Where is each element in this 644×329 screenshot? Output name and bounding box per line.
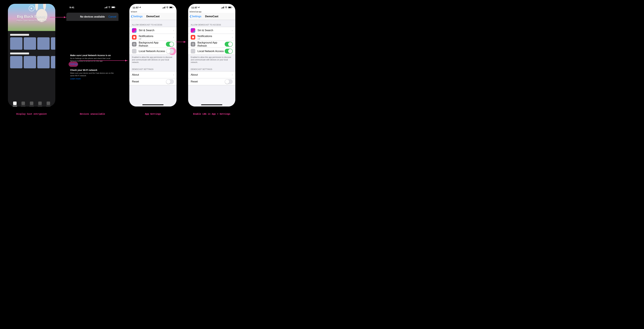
svg-rect-21 <box>163 8 164 9</box>
svg-rect-26 <box>173 7 173 8</box>
help-body: Make sure your device and the Cast devic… <box>70 72 115 77</box>
play-button[interactable] <box>29 6 34 11</box>
gear-icon <box>191 42 195 47</box>
tab-item[interactable] <box>22 102 25 105</box>
svg-rect-25 <box>170 7 172 8</box>
hero-banner: 9:41 DemoCast <box>8 4 55 31</box>
back-label: Settings <box>192 15 201 18</box>
cell-notifications[interactable]: Notifications Off › <box>130 34 176 41</box>
switch-reset[interactable] <box>225 79 233 84</box>
status-icons <box>162 7 173 9</box>
home-indicator[interactable] <box>142 104 164 105</box>
status-time: 11:57 <box>132 6 138 9</box>
content-tile[interactable] <box>51 56 55 68</box>
help-title: Make sure Local Network Access is on <box>70 54 115 57</box>
caption: Enable LNA in App > Settings <box>188 113 236 115</box>
cell-lna: Local Network Access <box>130 48 176 55</box>
hero-overlay: Big Buck Bunny Peach Open Movie Project,… <box>8 4 55 31</box>
svg-rect-23 <box>165 7 165 9</box>
settings-body: ALLOW DEMOCAST TO ACCESS Siri & Search ›… <box>188 20 235 106</box>
group-header-access: ALLOW DEMOCAST TO ACCESS <box>188 20 235 27</box>
cell-siri[interactable]: Siri & Search › <box>130 27 176 34</box>
chevron-left-icon <box>190 15 191 18</box>
tab-item[interactable] <box>13 102 16 105</box>
status-bar: 11:57 <box>188 4 235 11</box>
svg-rect-31 <box>222 8 222 9</box>
switch-lna[interactable] <box>225 49 233 54</box>
breadcrumb[interactable]: Search <box>130 11 176 13</box>
cell-about[interactable]: About › <box>130 71 176 78</box>
status-icons <box>221 7 232 9</box>
svg-rect-36 <box>232 7 232 8</box>
cell-label: About <box>132 73 173 76</box>
gear-icon <box>132 42 136 47</box>
tab-item[interactable] <box>30 102 33 105</box>
cell-label: Background App Refresh <box>198 41 225 48</box>
svg-rect-22 <box>164 7 164 9</box>
tab-item[interactable] <box>38 102 42 105</box>
caption: Devices unavailable <box>66 113 118 115</box>
cell-notifications[interactable]: Notifications Off › <box>188 34 235 41</box>
switch-lna[interactable] <box>166 49 174 54</box>
home-indicator[interactable] <box>201 104 222 105</box>
cell-siri[interactable]: Siri & Search › <box>188 27 235 34</box>
location-icon <box>139 7 141 8</box>
cell-label: About <box>191 73 232 76</box>
content-tile[interactable] <box>51 37 55 50</box>
group-header-access: ALLOW DEMOCAST TO ACCESS <box>130 20 176 27</box>
status-time: 11:57 <box>191 6 197 9</box>
svg-rect-20 <box>162 8 163 9</box>
flow-arrow <box>176 42 186 42</box>
cell-label: Notifications <box>198 35 232 38</box>
switch-bg-refresh[interactable] <box>225 42 233 47</box>
switch-reset[interactable] <box>166 79 174 84</box>
status-bar: 9:41 <box>66 4 118 11</box>
notifications-icon <box>132 35 136 40</box>
cell-label: Reset <box>132 80 166 83</box>
content-tile[interactable] <box>24 56 36 68</box>
cell-label: Local Network Access <box>198 50 225 53</box>
breadcrumb[interactable]: DemoCast app <box>188 11 235 13</box>
status-time: 9:41 <box>70 6 74 9</box>
battery-icon <box>228 7 232 9</box>
help-lna: Make sure Local Network Access is on Go … <box>70 54 115 65</box>
section-placeholder <box>10 34 29 36</box>
chevron-right-icon: › <box>173 29 174 32</box>
network-icon <box>132 49 136 54</box>
hero-subtitle: Peach Open Movie Project, 2008 <box>16 20 47 22</box>
cast-sheet-header: No devices available Cancel <box>66 13 118 21</box>
svg-point-29 <box>134 44 134 45</box>
settings-link[interactable]: Settings <box>70 63 78 65</box>
back-button[interactable]: Settings <box>188 15 201 18</box>
content-tile[interactable] <box>10 56 22 68</box>
cell-about[interactable]: About › <box>188 71 235 78</box>
chevron-left-icon <box>131 15 132 18</box>
battery-icon <box>112 6 115 8</box>
svg-rect-30 <box>221 8 222 9</box>
content-tile[interactable] <box>37 56 50 68</box>
status-bar: 11:57 <box>130 4 176 11</box>
tile-row-1 <box>8 37 55 50</box>
cell-label: Siri & Search <box>139 29 173 32</box>
content-tile[interactable] <box>37 37 50 50</box>
cancel-button[interactable]: Cancel <box>108 15 116 18</box>
content-tile[interactable] <box>10 37 22 50</box>
wifi-icon <box>108 6 110 8</box>
svg-rect-32 <box>223 7 223 9</box>
notifications-icon <box>191 35 195 40</box>
group-header-app: DEMOCAST SETTINGS <box>130 64 176 71</box>
svg-point-39 <box>193 44 194 45</box>
settings-body: ALLOW DEMOCAST TO ACCESS Siri & Search ›… <box>130 20 176 106</box>
cellular-icon <box>221 7 224 9</box>
location-icon <box>198 7 200 8</box>
group-footer-lna: Enabled to allow this app permission to … <box>188 55 235 64</box>
tab-item[interactable] <box>46 102 50 105</box>
svg-rect-18 <box>112 7 114 8</box>
switch-bg-refresh[interactable] <box>166 42 174 47</box>
phone-settings-lna-off: 11:57 Search Settings DemoCast ALLOW DEM… <box>129 4 177 107</box>
caption: Display Cast entrypoint <box>8 113 55 115</box>
back-button[interactable]: Settings <box>130 15 142 18</box>
learn-more-link[interactable]: Learn more <box>70 78 80 80</box>
content-tile[interactable] <box>24 37 36 50</box>
svg-rect-27 <box>133 36 135 38</box>
